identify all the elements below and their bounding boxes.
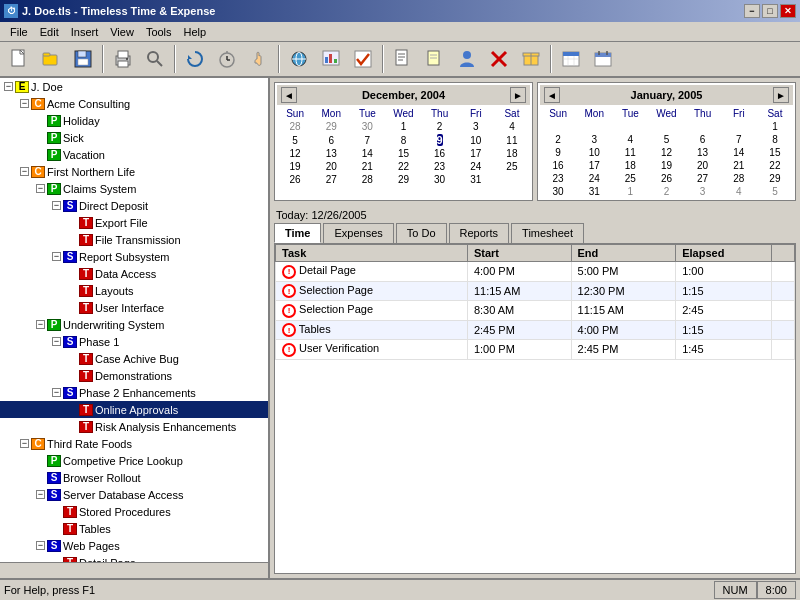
tree-item-web-pages[interactable]: −SWeb Pages (0, 537, 268, 554)
menu-edit[interactable]: Edit (34, 24, 65, 40)
cal-day[interactable]: 26 (277, 173, 313, 186)
cal-day[interactable]: 1 (757, 120, 793, 133)
cal-day[interactable]: 21 (349, 160, 385, 173)
tree-item-first-northern[interactable]: −CFirst Northern Life (0, 163, 268, 180)
cal-day[interactable]: 4 (612, 133, 648, 146)
person-button[interactable] (452, 45, 482, 73)
print-button[interactable] (108, 45, 138, 73)
maximize-button[interactable]: □ (762, 4, 778, 18)
cal-day[interactable]: 7 (721, 133, 757, 146)
cal-day[interactable]: 26 (648, 172, 684, 185)
cal-day[interactable] (685, 120, 721, 133)
cal-day[interactable]: 15 (757, 146, 793, 159)
cal-day[interactable]: 2 (648, 185, 684, 198)
tree-item-vacation[interactable]: PVacation (0, 146, 268, 163)
cal-day[interactable]: 7 (349, 133, 385, 147)
cal-day[interactable]: 29 (757, 172, 793, 185)
cal-day[interactable]: 5 (277, 133, 313, 147)
tree-item-online-approvals[interactable]: TOnline Approvals (0, 401, 268, 418)
cal-day[interactable]: 30 (349, 120, 385, 133)
tree-item-data-access[interactable]: TData Access (0, 265, 268, 282)
tree-expand-underwriting[interactable]: − (36, 320, 45, 329)
box-button[interactable] (516, 45, 546, 73)
cal-day[interactable]: 13 (313, 147, 349, 160)
tree-item-risk-analysis[interactable]: TRisk Analysis Enhancements (0, 418, 268, 435)
cal-day[interactable]: 5 (648, 133, 684, 146)
tree-expand-server-db[interactable]: − (36, 490, 45, 499)
cal-day[interactable]: 8 (757, 133, 793, 146)
tree-item-user-interface[interactable]: TUser Interface (0, 299, 268, 316)
cal-day[interactable]: 9 (540, 146, 576, 159)
tree-item-comp-price[interactable]: PCompetive Price Lookup (0, 452, 268, 469)
tree-expand-phase2[interactable]: − (52, 388, 61, 397)
tree-scroll[interactable]: −EJ. Doe−CAcme ConsultingPHolidayPSickPV… (0, 78, 268, 562)
menu-file[interactable]: File (4, 24, 34, 40)
cal-day[interactable] (494, 173, 530, 186)
cal-day[interactable]: 17 (458, 147, 494, 160)
new-button[interactable] (4, 45, 34, 73)
calendar-jan-next-button[interactable]: ► (773, 87, 789, 103)
cal-day[interactable]: 2 (422, 120, 458, 133)
tab-time[interactable]: Time (274, 223, 321, 243)
cal-day[interactable]: 12 (277, 147, 313, 160)
cal-day[interactable]: 22 (757, 159, 793, 172)
cal-day[interactable]: 17 (576, 159, 612, 172)
chart-button[interactable] (316, 45, 346, 73)
tree-item-holiday[interactable]: PHoliday (0, 112, 268, 129)
cal-day[interactable]: 4 (494, 120, 530, 133)
table-row[interactable]: ! User Verification1:00 PM2:45 PM1:45 (276, 340, 795, 360)
cal-day[interactable]: 22 (385, 160, 421, 173)
calendar-jan-prev-button[interactable]: ◄ (544, 87, 560, 103)
cal-day[interactable]: 6 (685, 133, 721, 146)
cal-day[interactable]: 16 (422, 147, 458, 160)
find-button[interactable] (140, 45, 170, 73)
tree-item-j-doe[interactable]: −EJ. Doe (0, 78, 268, 95)
table-row[interactable]: ! Selection Page8:30 AM11:15 AM2:45 (276, 301, 795, 321)
cal-day[interactable]: 14 (349, 147, 385, 160)
calendar-button[interactable] (556, 45, 586, 73)
cal-day[interactable]: 23 (422, 160, 458, 173)
cal-day[interactable]: 23 (540, 172, 576, 185)
cal-day[interactable]: 15 (385, 147, 421, 160)
cal-day[interactable]: 21 (721, 159, 757, 172)
open-button[interactable] (36, 45, 66, 73)
tree-expand-acme[interactable]: − (20, 99, 29, 108)
tree-item-detail-page[interactable]: TDetail Page (0, 554, 268, 562)
doc-button[interactable] (388, 45, 418, 73)
hand-button[interactable] (244, 45, 274, 73)
cal-day[interactable]: 10 (576, 146, 612, 159)
calendar-dec-next-button[interactable]: ► (510, 87, 526, 103)
cal-day[interactable]: 20 (313, 160, 349, 173)
cal-day[interactable] (576, 120, 612, 133)
cal-day[interactable]: 12 (648, 146, 684, 159)
tree-expand-j-doe[interactable]: − (4, 82, 13, 91)
menu-help[interactable]: Help (178, 24, 213, 40)
cal-day[interactable]: 16 (540, 159, 576, 172)
cal-day[interactable] (612, 120, 648, 133)
calendar2-button[interactable] (588, 45, 618, 73)
tree-item-layouts[interactable]: TLayouts (0, 282, 268, 299)
cal-day[interactable]: 6 (313, 133, 349, 147)
cal-day[interactable]: 25 (494, 160, 530, 173)
tab-todo[interactable]: To Do (396, 223, 447, 243)
cal-day[interactable]: 25 (612, 172, 648, 185)
close-button[interactable]: ✕ (780, 4, 796, 18)
tree-item-phase2[interactable]: −SPhase 2 Enhancements (0, 384, 268, 401)
tree-item-acme[interactable]: −CAcme Consulting (0, 95, 268, 112)
cal-day[interactable]: 28 (277, 120, 313, 133)
tree-item-tables[interactable]: TTables (0, 520, 268, 537)
globe-button[interactable] (284, 45, 314, 73)
tree-item-browser-rollout[interactable]: SBrowser Rollout (0, 469, 268, 486)
cal-day[interactable]: 27 (313, 173, 349, 186)
cal-day[interactable]: 1 (612, 185, 648, 198)
cal-day[interactable]: 31 (458, 173, 494, 186)
refresh-button[interactable] (180, 45, 210, 73)
menu-insert[interactable]: Insert (65, 24, 105, 40)
cal-day[interactable]: 10 (458, 133, 494, 147)
tree-item-phase1[interactable]: −SPhase 1 (0, 333, 268, 350)
calendar-prev-button[interactable]: ◄ (281, 87, 297, 103)
tab-expenses[interactable]: Expenses (323, 223, 393, 243)
cal-day[interactable] (721, 120, 757, 133)
tree-item-sick[interactable]: PSick (0, 129, 268, 146)
tree-item-underwriting[interactable]: −PUnderwriting System (0, 316, 268, 333)
